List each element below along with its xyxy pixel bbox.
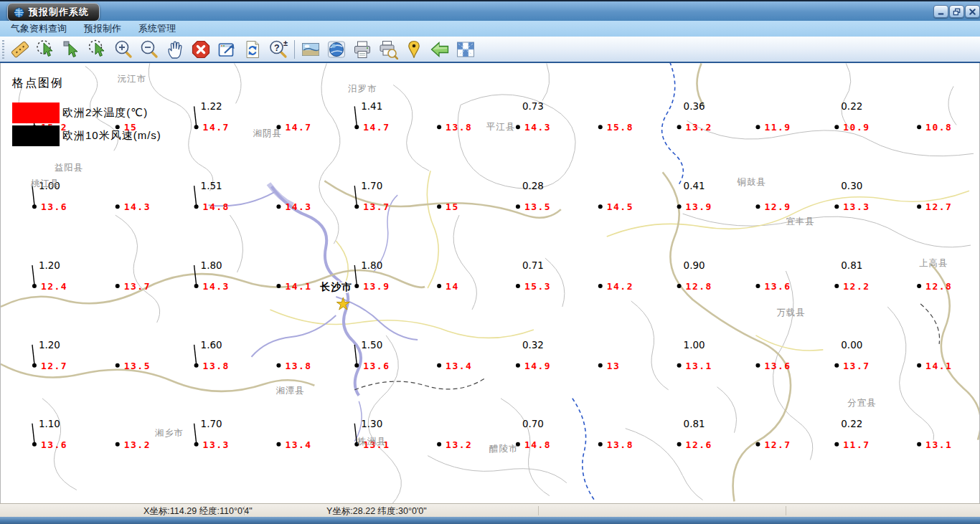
temperature-value: 15.8	[607, 122, 633, 133]
location-pin-button[interactable]	[401, 38, 427, 61]
print-preview-button[interactable]	[375, 38, 401, 61]
identify-query-button[interactable]: ± ?	[265, 38, 291, 61]
temperature-value: 12.8	[686, 281, 712, 292]
station-dot	[116, 442, 120, 447]
select-arrow-button[interactable]	[59, 38, 85, 61]
minimize-icon	[936, 7, 946, 16]
station-dot	[437, 204, 441, 209]
globe-logo-icon	[14, 7, 24, 18]
menu-weather-data-query[interactable]: 气象资料查询	[2, 22, 75, 35]
status-bar: X坐标:114.29 经度:110°0'4" Y坐标:28.22 纬度:30°0…	[0, 503, 980, 517]
grid-station: 14.81.51	[194, 180, 230, 212]
insert-image-button[interactable]	[298, 38, 324, 61]
wind-barb	[354, 345, 357, 364]
city-label: 上高县	[919, 257, 948, 268]
wind-speed-value: 0.81	[684, 418, 705, 429]
grid-station: 14.71.22	[194, 100, 230, 133]
station-dot	[32, 363, 37, 368]
toolbar-grip[interactable]	[2, 40, 4, 59]
app-title-tab[interactable]: 预报制作系统	[7, 3, 100, 22]
grid-station: 13.31.70	[194, 418, 230, 450]
wind-speed-value: 0.30	[841, 180, 862, 191]
station-dot	[917, 284, 921, 288]
wind-speed-value: 1.70	[361, 180, 382, 191]
cancel-stop-button[interactable]	[188, 38, 214, 61]
back-arrow-button[interactable]	[427, 38, 453, 61]
pan-hand-button[interactable]	[162, 38, 188, 61]
temperature-value: 13.3	[203, 439, 230, 450]
grid-station: 13.6	[755, 281, 791, 292]
menu-system-management[interactable]: 系统管理	[130, 22, 184, 35]
grid-station: 13.8	[598, 439, 633, 450]
toolbar: ± ?	[0, 37, 980, 63]
station-dot	[677, 442, 682, 447]
refresh-page-button[interactable]	[240, 38, 265, 61]
temperature-value: 10.8	[925, 122, 952, 133]
station-dot	[116, 363, 120, 368]
legend-row-wind: 欧洲10米风速(m/s)	[12, 124, 161, 147]
grid-station: 12.71.20	[32, 339, 67, 371]
temperature-value: 13	[607, 361, 621, 371]
wind-speed-value: 0.81	[841, 259, 862, 271]
print-icon	[352, 39, 372, 59]
minimize-button[interactable]	[933, 5, 948, 18]
grid-station: 12.41.20	[32, 259, 67, 292]
grid-station: 13.11.00	[677, 339, 712, 371]
ruler-measure-button[interactable]	[7, 38, 33, 61]
grid-station: 12.80.90	[677, 259, 712, 292]
grid-station: 12.7	[755, 439, 791, 450]
grid-station: 14.80.70	[516, 418, 551, 450]
grid-station: 14.30.73	[516, 100, 551, 133]
city-label: 湘潭县	[275, 385, 304, 396]
temperature-value: 14.8	[524, 439, 551, 450]
station-dot	[276, 204, 281, 209]
station-dot	[917, 204, 921, 209]
zoom-out-icon	[139, 39, 159, 59]
print-button[interactable]	[349, 38, 375, 61]
rivers	[209, 184, 418, 441]
station-dot	[598, 363, 603, 368]
grid-station: 11.9	[755, 122, 791, 133]
city-label: 株洲县	[357, 436, 386, 447]
temperature-value: 10.9	[843, 122, 870, 133]
insert-image-icon	[301, 39, 321, 59]
station-dot	[32, 442, 37, 447]
wind-speed-value: 1.20	[39, 339, 60, 351]
temperature-value: 15.3	[524, 281, 551, 292]
grid-station: 12.8	[917, 281, 952, 292]
svg-text:?: ?	[274, 42, 280, 52]
select-by-circle-button[interactable]	[33, 38, 59, 61]
grid-station: 13.61.10	[32, 418, 67, 450]
station-dot	[32, 204, 37, 209]
grid-station: 14	[437, 281, 459, 292]
select-lasso-button[interactable]	[85, 38, 110, 61]
grid-station: 13.90.41	[677, 180, 712, 212]
temperature-value: 14.5	[607, 201, 633, 212]
full-extent-window-button[interactable]	[214, 38, 240, 61]
wind-barb	[32, 424, 34, 443]
close-button[interactable]	[965, 5, 980, 18]
station-dot	[677, 204, 682, 209]
zoom-out-button[interactable]	[136, 38, 162, 61]
globe-layer-button[interactable]	[324, 38, 349, 61]
restore-button[interactable]	[949, 5, 964, 18]
station-dot	[598, 125, 603, 129]
grid-station: 13.50.28	[516, 180, 551, 212]
city-label: 湘阴县	[253, 128, 281, 138]
wind-barb	[354, 265, 357, 285]
legend-swatch-wind	[12, 125, 60, 146]
temperature-value: 15	[446, 201, 459, 212]
wind-speed-value: 1.80	[201, 259, 222, 271]
grid-tiles-button[interactable]	[453, 38, 479, 61]
cancel-stop-icon	[191, 39, 211, 59]
grid-station: 13.81.60	[194, 339, 230, 371]
temperature-value: 13.6	[41, 201, 67, 212]
map-canvas[interactable]: 15.20.611514.71.2214.714.71.4113.814.30.…	[0, 63, 980, 503]
temperature-value: 12.4	[41, 281, 67, 292]
zoom-in-button[interactable]	[110, 38, 136, 61]
wind-barb	[354, 106, 357, 125]
menu-forecast-production[interactable]: 预报制作	[75, 22, 130, 35]
wind-speed-value: 0.28	[522, 180, 544, 191]
status-separator	[786, 506, 786, 515]
temperature-value: 13.7	[124, 281, 151, 292]
